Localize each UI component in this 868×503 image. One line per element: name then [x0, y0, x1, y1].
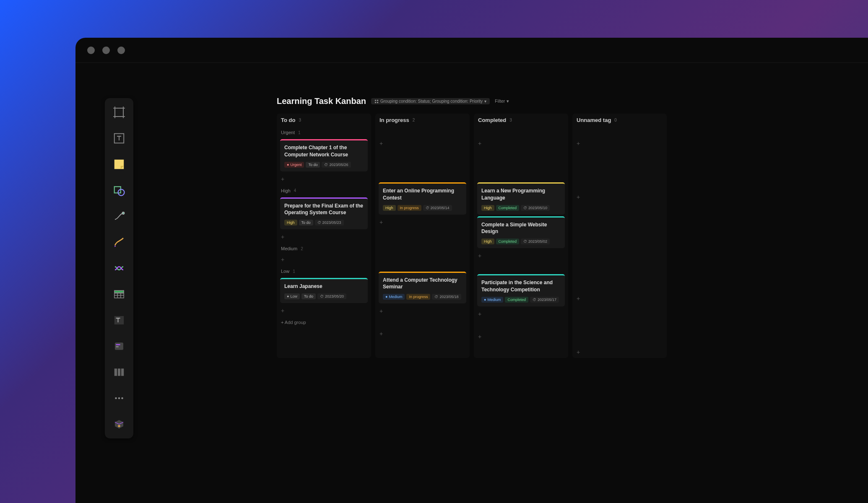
svg-rect-28 [377, 100, 378, 101]
column-header[interactable]: Unnamed tag 0 [572, 114, 667, 127]
group-high: High 4 [277, 185, 371, 196]
window-titlebar [75, 38, 868, 63]
card-tags: ● Urgent To do ⏱ 2023/05/26 [284, 162, 364, 168]
shape-tool-icon[interactable] [111, 182, 127, 199]
text-block-tool-icon[interactable] [111, 312, 127, 329]
add-card-button[interactable]: + [474, 250, 568, 262]
clock-icon: ⏱ [533, 298, 536, 302]
priority-tag: ● Low [284, 293, 300, 299]
minimize-window-dot[interactable] [102, 47, 110, 54]
add-card-button[interactable]: + [474, 137, 568, 149]
clock-icon: ⏱ [426, 206, 429, 210]
kanban-card[interactable]: Learn Japanese ● Low To do ⏱ 2023/05/20 [280, 278, 368, 303]
connector-tool-icon[interactable] [111, 208, 127, 225]
maximize-window-dot[interactable] [117, 47, 125, 54]
card-tags: High Completed ⏱ 2023/05/10 [481, 205, 561, 211]
add-card-button[interactable]: + [572, 191, 667, 203]
card-title: Enter an Online Programming Contest [383, 187, 462, 202]
card-title: Complete a Simple Website Design [481, 221, 561, 236]
clock-icon: ⏱ [324, 163, 328, 167]
columns-tool-icon[interactable] [111, 364, 127, 381]
group-urgent: Urgent 1 [277, 127, 371, 137]
add-card-button[interactable]: + [375, 328, 470, 340]
frame-tool-icon[interactable] [111, 104, 127, 121]
status-tag: Completed [505, 297, 528, 303]
card-tool-icon[interactable] [111, 338, 127, 355]
clock-icon: ⏱ [320, 294, 324, 298]
status-tag: To do [299, 220, 313, 226]
add-card-button[interactable]: + [375, 305, 470, 317]
close-window-dot[interactable] [87, 47, 95, 54]
add-card-button[interactable]: + [277, 173, 371, 185]
status-tag: Completed [496, 239, 520, 244]
box-tool-icon[interactable] [111, 416, 127, 433]
status-tag: In progress [398, 205, 421, 211]
svg-rect-18 [116, 344, 120, 345]
group-medium: Medium 2 [277, 243, 371, 254]
add-card-button[interactable]: + [474, 331, 568, 342]
kanban-card[interactable]: Prepare for the Final Exam of the Operat… [280, 197, 368, 230]
add-card-button[interactable]: + [277, 254, 371, 265]
add-card-button[interactable]: + [277, 305, 371, 316]
sticky-note-tool-icon[interactable] [111, 156, 127, 173]
svg-rect-0 [115, 108, 123, 117]
card-tags: ● Medium In progress ⏱ 2023/05/18 [383, 294, 462, 300]
kanban-card[interactable]: Participate in the Science and Technolog… [477, 274, 565, 306]
svg-rect-6 [114, 160, 124, 169]
column-header[interactable]: In progress 2 [375, 114, 470, 127]
text-tool-icon[interactable] [111, 130, 127, 147]
add-card-button[interactable]: + [375, 216, 470, 228]
date-tag: ⏱ 2023/05/14 [423, 205, 452, 211]
kanban-card[interactable]: Attend a Computer Technology Seminar ● M… [379, 272, 466, 304]
svg-rect-19 [116, 346, 119, 347]
kanban-board: Learning Task Kanban Grouping condition:… [277, 96, 667, 358]
kanban-card[interactable]: Enter an Online Programming Contest High… [379, 182, 466, 215]
card-title: Prepare for the Final Exam of the Operat… [284, 202, 364, 217]
priority-tag: High [383, 205, 396, 211]
card-title: Participate in the Science and Technolog… [481, 279, 561, 293]
card-tags: High To do ⏱ 2023/05/23 [284, 220, 364, 226]
date-tag: ⏱ 2023/05/17 [530, 297, 559, 303]
grouping-label: Grouping condition: Status; Grouping con… [380, 99, 483, 104]
add-card-button[interactable]: + [375, 137, 470, 149]
status-tag: To do [301, 293, 316, 299]
swap-tool-icon[interactable] [111, 260, 127, 277]
svg-point-25 [121, 397, 123, 399]
card-tags: ● Medium Completed ⏱ 2023/05/17 [481, 297, 561, 303]
app-window: Learning Task Kanban Grouping condition:… [75, 38, 868, 503]
card-title: Learn a New Programming Language [481, 187, 561, 202]
clock-icon: ⏱ [317, 220, 321, 225]
column-completed: Completed 3 + Learn a New Programming La… [474, 114, 568, 358]
brush-tool-icon[interactable] [111, 234, 127, 251]
add-card-button[interactable]: + [572, 137, 667, 149]
filter-button[interactable]: Filter ▾ [495, 99, 509, 104]
svg-point-23 [115, 397, 117, 399]
table-tool-icon[interactable] [111, 286, 127, 303]
svg-rect-22 [121, 368, 124, 376]
add-card-button[interactable]: + [474, 308, 568, 320]
side-toolbar [105, 98, 133, 438]
kanban-header: Learning Task Kanban Grouping condition:… [277, 96, 667, 106]
kanban-title: Learning Task Kanban [277, 96, 366, 106]
add-card-button[interactable]: + [277, 231, 371, 243]
add-card-button[interactable]: + [572, 346, 667, 358]
date-tag: ⏱ 2023/05/23 [315, 220, 344, 226]
grouping-chip[interactable]: Grouping condition: Status; Grouping con… [371, 98, 490, 104]
priority-tag: High [284, 220, 297, 226]
add-group-button[interactable]: + Add group [277, 316, 371, 328]
priority-tag: ● Urgent [284, 162, 304, 168]
column-header[interactable]: Completed 3 [474, 114, 568, 127]
card-title: Complete Chapter 1 of the Computer Netwo… [284, 144, 364, 158]
kanban-card[interactable]: Complete Chapter 1 of the Computer Netwo… [280, 139, 368, 171]
grouping-icon [374, 99, 379, 104]
add-card-button[interactable]: + [572, 293, 667, 304]
column-header[interactable]: To do 3 [277, 114, 371, 127]
kanban-card[interactable]: Learn a New Programming Language High Co… [477, 182, 565, 215]
column-todo: To do 3 Urgent 1 Complete Chapter 1 of t… [277, 114, 371, 358]
date-tag: ⏱ 2023/05/20 [317, 293, 346, 299]
more-tool-icon[interactable] [111, 390, 127, 407]
priority-tag: ● Medium [383, 294, 405, 300]
status-tag: To do [306, 162, 320, 168]
kanban-card[interactable]: Complete a Simple Website Design High Co… [477, 216, 565, 249]
status-tag: In progress [406, 294, 430, 300]
